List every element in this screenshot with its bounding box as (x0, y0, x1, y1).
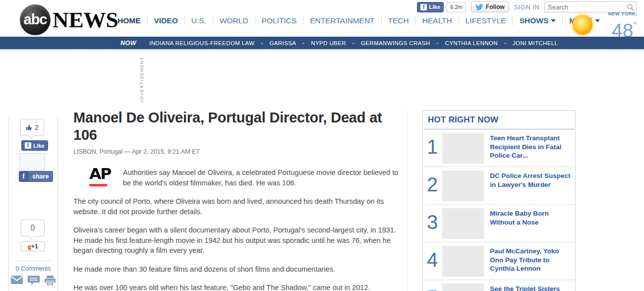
breaking-now-bar: NOW INDIANA RELIGIOUS-FREEDOM LAW GARISS… (0, 37, 644, 49)
like-count: 2 (35, 123, 39, 131)
social-share-rail: 2 f Like f share 0 g +1 0 Comments (8, 118, 58, 291)
article: Manoel De Oliveira, Portugal Director, D… (73, 109, 402, 291)
facebook-like-button[interactable]: f Like (21, 140, 48, 151)
advertisement-slot: ADVERTISEMENT (138, 56, 146, 104)
google-plus-one-button[interactable]: g +1 (21, 241, 45, 251)
advertisement-label: ADVERTISEMENT (139, 57, 144, 103)
rank-number: 2 (427, 175, 439, 201)
search-icon[interactable] (627, 3, 635, 11)
article-dateline: LISBON, Portugal — Apr 2, 2015, 9:21 AM … (73, 148, 402, 155)
article-body: AP Authorities say Manoel de Oliveira, a… (73, 168, 402, 291)
trending-topic[interactable]: GERMANWINGS CRASH (346, 40, 430, 46)
facebook-like-label: Like (429, 4, 440, 10)
trending-topic[interactable]: GARISSA (255, 40, 296, 46)
weather-temperature: 48° (608, 16, 637, 40)
article-paragraph: He was over 100 years old when his last … (73, 283, 402, 291)
abc-news-page: abc NEWS f Like 6.2m Follow SIGN IN H (0, 0, 644, 291)
sign-in-link[interactable]: SIGN IN (514, 3, 539, 11)
story-headline[interactable]: Miracle Baby Born Without a Nose (490, 209, 571, 239)
divider (15, 261, 51, 261)
main-navigation: HOME VIDEO U.S. WORLD POLITICS ENTERTAIN… (117, 16, 606, 25)
story-headline[interactable]: Paul McCartney, Yoko Ono Pay Tribute to … (490, 247, 571, 277)
facebook-icon: f (19, 172, 28, 181)
story-thumbnail[interactable] (442, 171, 484, 201)
nav-item-home[interactable]: HOME (117, 16, 147, 25)
rank-number: 1 (427, 137, 439, 164)
hot-list-item[interactable]: 5 See the Triplet Sisters Who Tied the K… (423, 280, 575, 291)
hot-right-now-list: 1 Teen Heart Transplant Recipient Dies i… (423, 129, 575, 291)
article-title: Manoel De Oliveira, Portugal Director, D… (73, 109, 402, 144)
story-thumbnail[interactable] (442, 246, 484, 277)
plusone-count-bubble: 0 (21, 220, 45, 236)
story-thumbnail[interactable] (442, 208, 484, 239)
share-label: share (28, 173, 53, 180)
article-paragraph: The city council of Porto, where Oliveir… (73, 196, 402, 217)
nav-item-video[interactable]: VIDEO (147, 16, 184, 25)
hot-list-item[interactable]: 2 DC Police Arrest Suspect in Lawyer's M… (423, 167, 575, 204)
header-shadow (0, 49, 644, 52)
facebook-icon: f (420, 4, 427, 10)
facebook-like-label: Like (33, 143, 45, 149)
rank-number: 5 (427, 288, 439, 291)
nav-item-us[interactable]: U.S. (184, 16, 213, 25)
nav-item-lifestyle[interactable]: LIFESTYLE (459, 16, 513, 25)
twitter-follow-button[interactable]: Follow (471, 1, 509, 12)
story-headline[interactable]: See the Triplet Sisters Who Tied the Kno… (490, 285, 571, 291)
print-icon[interactable] (45, 276, 56, 286)
tweet-count-bubble (19, 153, 45, 171)
nav-item-entertainment[interactable]: ENTERTAINMENT (303, 16, 381, 25)
column-divider (407, 110, 408, 291)
rank-number: 4 (427, 250, 439, 277)
facebook-share-button[interactable]: f share (19, 171, 53, 182)
story-thumbnail[interactable] (442, 284, 484, 291)
hot-list-item[interactable]: 3 Miracle Baby Born Without a Nose (423, 204, 575, 242)
article-paragraph: He made more than 30 feature films and d… (73, 264, 402, 275)
trending-topic[interactable]: CYNTHIA LENNON (430, 40, 498, 46)
email-icon[interactable] (11, 276, 23, 286)
like-count-bubble: 2 (20, 119, 44, 136)
abc-logo-text: abc (24, 11, 47, 28)
trending-topic[interactable]: NYPD UBER (296, 40, 346, 46)
trending-topic[interactable]: INDIANA RELIGIOUS-FREEDOM LAW (149, 40, 254, 46)
rank-number: 3 (427, 212, 439, 239)
article-paragraph: Authorities say Manoel de Oliveira, a ce… (73, 168, 402, 188)
facebook-like-count: 6.2m (447, 2, 466, 12)
nav-item-politics[interactable]: POLITICS (255, 16, 303, 25)
comments-link[interactable]: 0 Comments (9, 265, 58, 272)
now-label: NOW (120, 40, 136, 47)
nav-item-shows[interactable]: SHOWS (513, 16, 563, 25)
site-header: abc NEWS f Like 6.2m Follow SIGN IN H (0, 0, 644, 37)
ap-logo-red-bar (89, 184, 107, 186)
twitter-bird-icon (475, 4, 483, 10)
chevron-down-icon (551, 19, 556, 22)
hot-right-now-title: HOT RIGHT NOW (423, 111, 575, 129)
sun-icon (573, 15, 592, 35)
story-headline[interactable]: DC Police Arrest Suspect in Lawyer's Mur… (490, 172, 571, 201)
search-input[interactable] (545, 2, 626, 12)
google-plus-icon: g (27, 242, 31, 251)
weather-widget[interactable]: NEW YORK, 48° Powered by AccuWeather (573, 11, 637, 38)
abc-logo-circle-icon: abc (20, 4, 51, 35)
follow-label: Follow (486, 3, 505, 10)
ap-logo-letters: AP (89, 169, 107, 179)
trending-topic[interactable]: JONI MITCHELL (498, 40, 558, 46)
nav-item-tech[interactable]: TECH (381, 16, 415, 25)
comment-icon[interactable] (28, 276, 40, 286)
facebook-like-widget: f Like 6.2m (417, 2, 466, 12)
nav-item-health[interactable]: HEALTH (415, 16, 459, 25)
thumb-up-icon (26, 124, 33, 131)
hot-list-item[interactable]: 4 Paul McCartney, Yoko Ono Pay Tribute t… (423, 242, 575, 280)
story-headline[interactable]: Teen Heart Transplant Recipient Dies in … (490, 134, 571, 164)
trending-topics: INDIANA RELIGIOUS-FREEDOM LAW GARISSA NY… (149, 40, 558, 46)
share-action-icons (9, 276, 58, 286)
facebook-icon: f (25, 142, 31, 149)
hot-list-item[interactable]: 1 Teen Heart Transplant Recipient Dies i… (423, 129, 575, 167)
abc-news-logo[interactable]: abc NEWS (20, 4, 118, 35)
news-wordmark: NEWS (53, 7, 118, 33)
nav-item-world[interactable]: WORLD (213, 16, 255, 25)
facebook-like-button[interactable]: f Like (417, 2, 444, 12)
weather-city: NEW YORK, (608, 11, 637, 16)
article-paragraph: Oliveira's career began with a silent do… (73, 225, 402, 256)
hot-right-now-panel: HOT RIGHT NOW 1 Teen Heart Transplant Re… (422, 110, 576, 291)
story-thumbnail[interactable] (442, 133, 484, 164)
